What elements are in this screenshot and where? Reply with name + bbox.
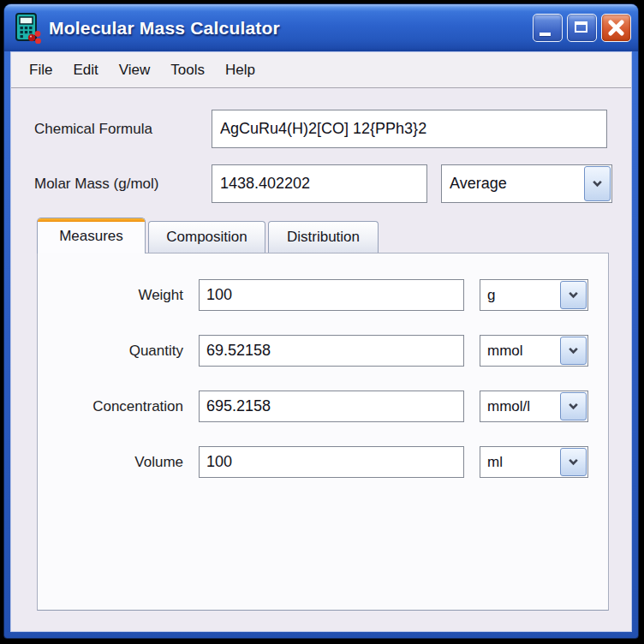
weight-label: Weight [46,279,183,311]
app-icon [13,13,42,44]
molar-mass-label: Molar Mass (g/mol) [34,164,158,203]
maximize-button[interactable] [567,14,597,42]
tab-composition[interactable]: Composition [148,221,265,253]
close-icon [602,15,630,41]
dialog-content: Chemical Formula Molar Mass (g/mol) Aver… [11,88,631,631]
quantity-unit-value: mmol [480,336,559,366]
tab-composition-label: Composition [166,229,247,245]
volume-label: Volume [46,446,183,478]
close-button[interactable] [601,14,631,42]
weight-unit-dropdown-button[interactable] [560,281,587,309]
quantity-unit-dropdown-button[interactable] [560,337,587,365]
concentration-unit-select[interactable]: mmol/l [480,391,588,422]
screen: Molecular Mass Calculator [0,0,644,644]
chevron-down-icon [568,347,579,355]
quantity-label: Quantity [46,335,183,367]
menu-bar: File Edit View Tools Help [11,52,631,88]
quantity-unit-select[interactable]: mmol [480,335,588,367]
concentration-unit-dropdown-button[interactable] [560,392,587,420]
concentration-input[interactable] [199,391,464,422]
weight-input[interactable] [199,279,464,311]
minimize-icon [540,33,551,36]
menu-item-tools[interactable]: Tools [160,56,215,85]
weight-unit-select[interactable]: g [480,279,588,311]
menu-item-help[interactable]: Help [215,56,265,85]
chevron-down-icon [568,458,579,466]
volume-input[interactable] [199,446,464,478]
concentration-label: Concentration [46,391,183,422]
tab-measures[interactable]: Measures [37,218,146,253]
title-bar[interactable]: Molecular Mass Calculator [4,4,638,51]
menu-item-file[interactable]: File [19,56,63,85]
chevron-down-icon [568,402,579,410]
volume-unit-value: ml [480,447,559,477]
mass-mode-select[interactable]: Average [441,164,612,203]
concentration-unit-value: mmol/l [480,391,559,421]
tab-distribution-label: Distribution [287,229,360,245]
volume-unit-select[interactable]: ml [480,446,588,478]
chemical-formula-label: Chemical Formula [34,110,152,148]
chevron-down-icon [592,180,603,188]
quantity-input[interactable] [199,335,464,367]
chevron-down-icon [568,291,579,299]
tab-distribution[interactable]: Distribution [268,221,379,253]
window-controls [533,14,631,42]
measures-panel: Weight g Quantity mmol [37,253,609,611]
mass-mode-dropdown-button[interactable] [584,166,611,201]
menu-item-view[interactable]: View [109,56,161,85]
weight-unit-value: g [480,280,559,310]
menu-item-edit[interactable]: Edit [63,56,108,85]
chemical-formula-input[interactable] [212,110,607,148]
molar-mass-input[interactable] [212,164,427,203]
tab-measures-label: Measures [59,228,123,244]
client-area: File Edit View Tools Help Chemical Formu… [10,51,632,632]
maximize-icon [575,21,587,33]
minimize-button[interactable] [533,14,563,42]
window-title: Molecular Mass Calculator [49,18,280,39]
mass-mode-value: Average [442,165,583,202]
volume-unit-dropdown-button[interactable] [560,448,587,476]
window: Molecular Mass Calculator [3,3,639,639]
